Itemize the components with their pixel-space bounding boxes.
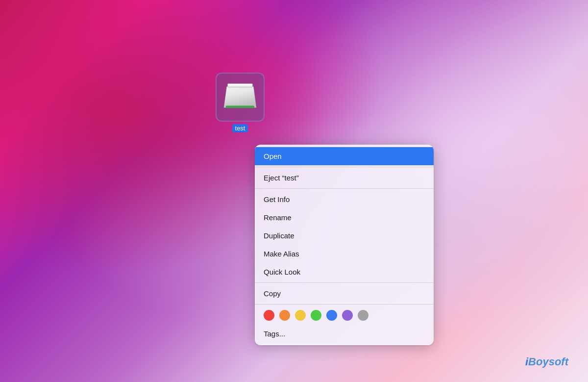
- color-tag-orange[interactable]: [279, 310, 290, 321]
- menu-item-quick-look[interactable]: Quick Look: [255, 263, 434, 281]
- icon-label: test: [232, 124, 248, 132]
- watermark: iBoysoft: [525, 356, 568, 368]
- menu-divider-1: [255, 167, 434, 167]
- menu-divider-3: [255, 282, 434, 283]
- menu-item-duplicate[interactable]: Duplicate: [255, 227, 434, 245]
- icon-background: [216, 73, 265, 122]
- menu-item-open[interactable]: Open: [255, 147, 434, 165]
- color-tag-green[interactable]: [311, 310, 321, 321]
- desktop-icon[interactable]: test: [216, 73, 265, 132]
- svg-rect-2: [229, 84, 252, 86]
- context-menu: Open Eject “test” Get Info Rename Duplic…: [255, 145, 434, 345]
- watermark-suffix: Boysoft: [528, 356, 568, 368]
- menu-item-tags[interactable]: Tags...: [255, 325, 434, 343]
- color-tag-gray[interactable]: [358, 310, 368, 321]
- menu-item-make-alias[interactable]: Make Alias: [255, 245, 434, 263]
- color-tag-yellow[interactable]: [295, 310, 306, 321]
- drive-icon: [221, 78, 259, 116]
- menu-item-rename[interactable]: Rename: [255, 208, 434, 227]
- menu-divider-2: [255, 188, 434, 189]
- color-tag-red[interactable]: [264, 310, 274, 321]
- menu-item-get-info[interactable]: Get Info: [255, 190, 434, 208]
- menu-item-color-tags[interactable]: [255, 306, 434, 325]
- menu-item-copy[interactable]: Copy: [255, 284, 434, 303]
- svg-rect-1: [226, 106, 255, 108]
- menu-item-eject[interactable]: Eject “test”: [255, 169, 434, 187]
- color-tag-blue[interactable]: [326, 310, 337, 321]
- color-tag-purple[interactable]: [342, 310, 353, 321]
- menu-divider-4: [255, 304, 434, 305]
